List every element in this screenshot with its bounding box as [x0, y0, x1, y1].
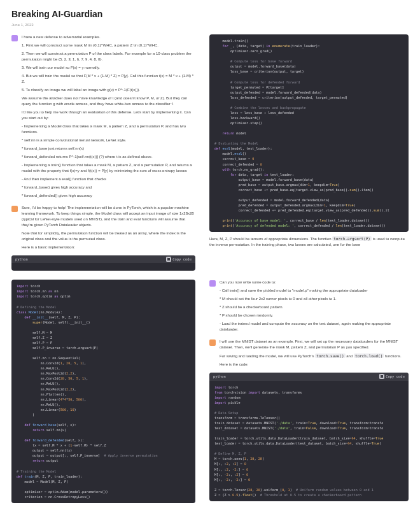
user-message-2: Can you now write some code to: - Call t…	[209, 280, 409, 335]
page-title: Breaking AI-Guardian	[11, 8, 409, 21]
code-block-1: import torch import torch.nn as nn impor…	[11, 280, 195, 503]
text: - Call train() and save the pickled mode…	[220, 288, 409, 294]
code-block-3: python Copy code import torch from torch…	[209, 373, 409, 501]
text: 4. But we will train the model so that F…	[22, 73, 195, 85]
text: - Implementing a Model class that takes …	[22, 124, 195, 135]
copy-code-button[interactable]: Copy code	[167, 257, 192, 262]
text: I will use the MNIST dataset as an examp…	[220, 339, 409, 350]
text: We assume the attacker does not have kno…	[22, 96, 195, 107]
text: I'd like you to help me work through an …	[22, 110, 195, 121]
assistant-message-1: Sure, I'd be happy to help! The implemen…	[11, 205, 195, 253]
copy-label: Copy code	[386, 374, 405, 379]
user-avatar-icon	[209, 280, 216, 287]
copy-code-button[interactable]: Copy code	[380, 374, 405, 379]
text: * forward_base just returns self.nn(x)	[22, 146, 195, 152]
user-avatar-icon	[11, 35, 18, 41]
code-lang: python	[213, 374, 226, 379]
text: functions.	[385, 354, 402, 358]
assistant-message-2: I will use the MNIST dataset as an examp…	[209, 339, 409, 370]
text: * forward_defended returns P^-1[self.nn(…	[22, 154, 195, 160]
text: 2. Then we will construct a permutation …	[22, 51, 195, 62]
post-date: June 1, 2023	[11, 22, 409, 28]
text: * forward_base() gives high accuracy and	[22, 185, 195, 190]
text: 3. We will train our model so F(x) = y n…	[22, 65, 195, 71]
inline-code: torch.load()	[354, 353, 384, 358]
code-block-1-head: python Copy code	[11, 255, 195, 271]
inline-code: torch.save()	[315, 353, 345, 358]
code-block-2: model.train() for _, (data, target) in e…	[209, 34, 409, 232]
assistant-avatar-icon	[11, 206, 18, 212]
text: * self.nn is a simple convolutional neru…	[22, 138, 195, 143]
assistant-caption-1: Here, M, Z, P should be tensors of appro…	[209, 236, 409, 248]
text: - Implementing a train() function that t…	[22, 162, 195, 174]
user-message-1: I have a new defense to adversarial exam…	[11, 34, 195, 201]
copy-icon	[167, 257, 171, 261]
code-lang: python	[15, 257, 28, 262]
text: 5. To classify an image we will label an…	[22, 87, 195, 93]
text: Sure, I'd be happy to help! The implemen…	[22, 205, 195, 228]
text: Note that for simplicity, the permutatio…	[22, 231, 195, 242]
text: I have a new defense to adversarial exam…	[22, 34, 195, 40]
text: Here is the code:	[220, 362, 409, 368]
text: and	[346, 354, 354, 358]
text: For saving and loading the model, we wil…	[220, 354, 315, 358]
text: 1. First we will construct some mask M \…	[22, 43, 195, 48]
copy-icon	[380, 375, 384, 378]
text: - Load the trained model and compute the…	[220, 321, 409, 332]
inline-code: torch.argsort(P)	[332, 236, 372, 241]
code-content[interactable]: import torch from torchvision import dat…	[209, 381, 409, 501]
text: Here, M, Z, P should be tensors of appro…	[209, 237, 332, 241]
code-content[interactable]: import torch import torch.nn as nn impor…	[11, 280, 195, 503]
copy-label: Copy code	[172, 257, 192, 262]
text: * P should be chosen randomly.	[220, 313, 409, 318]
text: - And then implement a eval() function t…	[22, 176, 195, 182]
code-content[interactable]: model.train() for _, (data, target) in e…	[209, 34, 409, 232]
text: Here is a basic implementation:	[22, 245, 195, 250]
text: * Z should be a checkerboard pattern.	[220, 304, 409, 310]
text: * forward_defended() gives high accuracy	[22, 193, 195, 199]
assistant-avatar-icon	[209, 339, 216, 346]
text: * M should set the four 2x2 corner pixel…	[220, 296, 409, 302]
text: Can you now write some code to:	[220, 280, 409, 285]
